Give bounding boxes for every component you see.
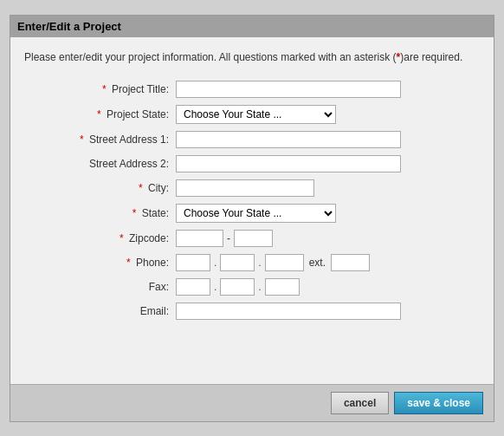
street2-label: Street Address 2: (42, 158, 176, 170)
save-button[interactable]: save & close (394, 392, 483, 414)
fax-group: . . (176, 278, 300, 296)
required-star: * (120, 232, 124, 244)
fax3-input[interactable] (265, 278, 300, 296)
project-state-label: * Project State: (42, 108, 176, 120)
phone1-input[interactable] (176, 254, 210, 271)
dialog-title: Enter/Edit a Project (10, 16, 494, 37)
intro-part2: )are required. (400, 51, 462, 63)
required-star: * (97, 108, 101, 120)
project-title-input[interactable] (176, 81, 401, 98)
email-label: Email: (42, 305, 176, 317)
intro-part1: Please enter/edit your project informati… (24, 51, 397, 63)
phone-row: * Phone: . . ext. (42, 254, 480, 271)
phone-group: . . ext. (176, 254, 370, 271)
fax-dot2: . (258, 281, 261, 293)
fax1-input[interactable] (176, 278, 210, 296)
fax-dot1: . (214, 281, 216, 293)
project-title-label: * Project Title: (42, 83, 176, 95)
project-state-row: * Project State: Choose Your State ... (42, 105, 480, 124)
zip2-input[interactable] (234, 230, 273, 247)
dialog-title-text: Enter/Edit a Project (17, 20, 121, 33)
phone-ext-input[interactable] (331, 254, 370, 271)
project-state-select[interactable]: Choose Your State ... (176, 105, 336, 124)
state-row: * State: Choose Your State ... (42, 204, 480, 223)
ext-label: ext. (309, 257, 326, 269)
zipcode-label: * Zipcode: (42, 232, 176, 244)
dialog: Enter/Edit a Project Please enter/edit y… (10, 15, 494, 422)
project-title-row: * Project Title: (42, 81, 480, 98)
zip-dash: - (227, 232, 230, 244)
fax-row: Fax: . . (42, 278, 480, 296)
city-input[interactable] (176, 179, 314, 197)
dialog-footer: cancel save & close (10, 384, 494, 421)
street2-input[interactable] (176, 155, 401, 172)
required-star: * (132, 207, 137, 219)
required-star: * (80, 133, 84, 146)
fax2-input[interactable] (220, 278, 255, 296)
state-select[interactable]: Choose Your State ... (176, 204, 336, 223)
state-label: * State: (42, 207, 176, 219)
street1-input[interactable] (176, 131, 401, 148)
phone3-input[interactable] (265, 254, 304, 271)
form-table: * Project Title: * Project State: Choose… (42, 81, 480, 320)
zip-group: - (176, 230, 273, 247)
email-input[interactable] (176, 303, 401, 320)
required-star: * (139, 182, 143, 194)
zip1-input[interactable] (176, 230, 223, 247)
phone-label: * Phone: (42, 257, 176, 269)
required-star: * (126, 257, 131, 269)
phone-dot1: . (214, 257, 216, 269)
city-row: * City: (42, 179, 480, 197)
fax-label: Fax: (42, 281, 176, 293)
phone2-input[interactable] (220, 254, 255, 271)
street2-row: Street Address 2: (42, 155, 480, 172)
street1-row: * Street Address 1: (42, 131, 480, 148)
cancel-button[interactable]: cancel (331, 392, 389, 414)
required-star: * (102, 83, 107, 95)
street1-label: * Street Address 1: (42, 133, 176, 146)
zipcode-row: * Zipcode: - (42, 230, 480, 247)
city-label: * City: (42, 182, 176, 194)
dialog-body: Please enter/edit your project informati… (10, 37, 494, 384)
phone-dot2: . (258, 257, 261, 269)
email-row: Email: (42, 303, 480, 320)
intro-text: Please enter/edit your project informati… (24, 49, 480, 65)
